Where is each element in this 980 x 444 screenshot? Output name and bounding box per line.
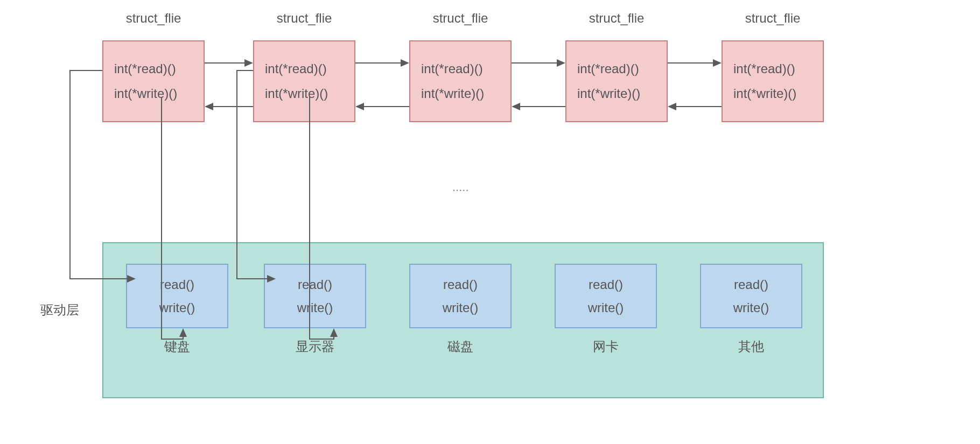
device-label-keyboard: 键盘 bbox=[126, 338, 228, 355]
device-write-1: write() bbox=[297, 296, 333, 319]
struct-label-2: struct_flie bbox=[409, 11, 512, 26]
struct-write-1: int(*write)() bbox=[265, 81, 354, 106]
struct-write-0: int(*write)() bbox=[114, 81, 204, 106]
driver-layer-label: 驱动层 bbox=[40, 301, 79, 319]
struct-read-3: int(*read)() bbox=[577, 57, 667, 81]
device-label-nic: 网卡 bbox=[555, 338, 657, 355]
device-label-disk: 磁盘 bbox=[409, 338, 512, 355]
device-box-monitor: read() write() bbox=[264, 264, 366, 328]
device-write-3: write() bbox=[588, 296, 624, 319]
struct-read-1: int(*read)() bbox=[265, 57, 354, 81]
device-box-keyboard: read() write() bbox=[126, 264, 228, 328]
device-box-other: read() write() bbox=[700, 264, 802, 328]
struct-label-1: struct_flie bbox=[253, 11, 355, 26]
struct-write-2: int(*write)() bbox=[421, 81, 510, 106]
device-box-disk: read() write() bbox=[409, 264, 512, 328]
device-box-nic: read() write() bbox=[555, 264, 657, 328]
struct-read-4: int(*read)() bbox=[733, 57, 823, 81]
device-write-0: write() bbox=[159, 296, 195, 319]
struct-box-2: int(*read)() int(*write)() bbox=[409, 40, 512, 122]
struct-label-3: struct_flie bbox=[565, 11, 668, 26]
device-read-0: read() bbox=[160, 273, 194, 296]
device-label-other: 其他 bbox=[700, 338, 802, 355]
device-read-3: read() bbox=[589, 273, 623, 296]
struct-label-0: struct_flie bbox=[102, 11, 205, 26]
device-write-4: write() bbox=[733, 296, 769, 319]
struct-read-0: int(*read)() bbox=[114, 57, 204, 81]
device-read-1: read() bbox=[298, 273, 332, 296]
device-read-2: read() bbox=[443, 273, 478, 296]
struct-label-4: struct_flie bbox=[722, 11, 824, 26]
struct-box-0: int(*read)() int(*write)() bbox=[102, 40, 205, 122]
struct-write-4: int(*write)() bbox=[733, 81, 823, 106]
struct-box-4: int(*read)() int(*write)() bbox=[722, 40, 824, 122]
ellipsis: ..... bbox=[452, 180, 469, 194]
device-read-4: read() bbox=[734, 273, 768, 296]
device-label-monitor: 显示器 bbox=[264, 338, 366, 355]
struct-write-3: int(*write)() bbox=[577, 81, 667, 106]
struct-box-3: int(*read)() int(*write)() bbox=[565, 40, 668, 122]
diagram-canvas: struct_flie struct_flie struct_flie stru… bbox=[0, 0, 980, 444]
struct-read-2: int(*read)() bbox=[421, 57, 510, 81]
struct-box-1: int(*read)() int(*write)() bbox=[253, 40, 355, 122]
device-write-2: write() bbox=[443, 296, 479, 319]
